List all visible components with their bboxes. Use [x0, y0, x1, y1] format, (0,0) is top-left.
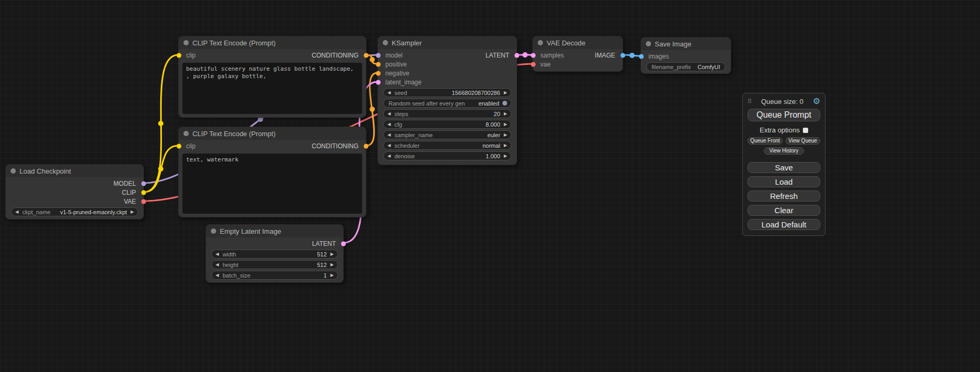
- collapse-dot[interactable]: [183, 40, 189, 45]
- extra-options-checkbox[interactable]: [803, 128, 808, 133]
- decrement-arrow-icon[interactable]: ◀: [387, 154, 391, 158]
- clip-input-port[interactable]: [177, 144, 181, 148]
- samples-input-port[interactable]: [531, 53, 536, 58]
- seed-widget[interactable]: ◀ seed 156680208700286 ▶: [383, 88, 511, 97]
- widget-value: ComfyUI: [697, 64, 720, 70]
- height-widget[interactable]: ◀ height 512 ▶: [211, 260, 338, 269]
- images-input-port[interactable]: [639, 54, 644, 59]
- decrement-arrow-icon[interactable]: ◀: [387, 112, 391, 116]
- ckpt-name-widget[interactable]: ◀ ckpt_name v1-5-pruned-emaonly.ckpt ▶: [11, 207, 138, 216]
- node-header[interactable]: KSampler: [378, 36, 517, 49]
- latent-output-port[interactable]: [341, 241, 346, 246]
- positive-prompt-textarea[interactable]: beautiful scenery nature glass bottle la…: [182, 63, 362, 114]
- node-header[interactable]: CLIP Text Encode (Prompt): [179, 36, 366, 49]
- conditioning-output-port[interactable]: [364, 53, 368, 58]
- decrement-arrow-icon[interactable]: ◀: [15, 210, 18, 214]
- clip-output-port[interactable]: [141, 190, 146, 195]
- increment-arrow-icon[interactable]: ▶: [504, 91, 507, 95]
- slot-row: clip CONDITIONING: [179, 141, 366, 150]
- increment-arrow-icon[interactable]: ▶: [504, 133, 507, 137]
- node-header[interactable]: CLIP Text Encode (Prompt): [179, 127, 366, 140]
- increment-arrow-icon[interactable]: ▶: [331, 263, 334, 267]
- increment-arrow-icon[interactable]: ▶: [331, 273, 334, 278]
- toggle-indicator[interactable]: [502, 101, 507, 106]
- queue-front-button[interactable]: Queue Front: [748, 137, 783, 145]
- decrement-arrow-icon[interactable]: ◀: [216, 263, 219, 267]
- decrement-arrow-icon[interactable]: ◀: [387, 122, 391, 127]
- model-output-port[interactable]: [141, 181, 146, 186]
- latent-output-port[interactable]: [515, 53, 519, 58]
- node-header[interactable]: Empty Latent Image: [206, 225, 343, 237]
- decrement-arrow-icon[interactable]: ◀: [387, 91, 391, 95]
- latent-image-input-port[interactable]: [376, 80, 381, 84]
- widget-name: steps: [394, 111, 408, 117]
- cfg-widget[interactable]: ◀ cfg 8.000 ▶: [383, 120, 511, 129]
- view-queue-button[interactable]: View Queue: [785, 137, 821, 145]
- image-output-port[interactable]: [620, 53, 625, 58]
- random-seed-toggle-widget[interactable]: Random seed after every gen enabled: [383, 99, 511, 108]
- save-button[interactable]: Save: [748, 162, 820, 173]
- increment-arrow-icon[interactable]: ▶: [331, 252, 334, 256]
- drag-handle-icon[interactable]: ⠿: [748, 98, 752, 105]
- increment-arrow-icon[interactable]: ▶: [504, 122, 507, 127]
- increment-arrow-icon[interactable]: ▶: [131, 210, 134, 214]
- node-ksampler[interactable]: KSampler model LATENT positive negative …: [377, 36, 517, 165]
- node-empty-latent-image[interactable]: Empty Latent Image LATENT ◀ width 512 ▶ …: [206, 224, 344, 283]
- output-label: IMAGE: [595, 52, 615, 59]
- load-default-button[interactable]: Load Default: [748, 219, 820, 230]
- vae-output-port[interactable]: [141, 199, 146, 204]
- decrement-arrow-icon[interactable]: ◀: [387, 133, 391, 137]
- width-widget[interactable]: ◀ width 512 ▶: [211, 250, 338, 259]
- denoise-widget[interactable]: ◀ denoise 1.000 ▶: [383, 151, 511, 160]
- refresh-button[interactable]: Refresh: [748, 190, 820, 202]
- load-button[interactable]: Load: [748, 176, 820, 187]
- increment-arrow-icon[interactable]: ▶: [504, 154, 507, 158]
- batch-size-widget[interactable]: ◀ batch_size 1 ▶: [211, 271, 338, 280]
- node-vae-decode[interactable]: VAE Decode samples IMAGE vae: [532, 36, 623, 72]
- node-clip-text-encode-positive[interactable]: CLIP Text Encode (Prompt) clip CONDITION…: [178, 36, 366, 118]
- collapse-dot[interactable]: [538, 40, 543, 45]
- output-label: CONDITIONING: [312, 142, 358, 150]
- steps-widget[interactable]: ◀ steps 20 ▶: [383, 109, 511, 118]
- collapse-dot[interactable]: [183, 131, 189, 136]
- widget-value: normal: [482, 142, 500, 149]
- slot-row: samples IMAGE: [533, 51, 623, 60]
- queue-prompt-button[interactable]: Queue Prompt: [748, 109, 820, 121]
- node-header[interactable]: Load Checkpoint: [6, 165, 143, 177]
- collapse-dot[interactable]: [383, 40, 388, 45]
- negative-prompt-textarea[interactable]: text, watermark: [182, 154, 362, 214]
- node-save-image[interactable]: Save Image images filename_prefix ComfyU…: [641, 37, 731, 74]
- widget-name: sampler_name: [394, 132, 433, 138]
- increment-arrow-icon[interactable]: ▶: [504, 144, 507, 148]
- decrement-arrow-icon[interactable]: ◀: [387, 144, 391, 148]
- vae-input-port[interactable]: [531, 62, 536, 66]
- view-history-button[interactable]: View History: [764, 147, 804, 155]
- node-header[interactable]: Save Image: [641, 37, 731, 50]
- positive-input-port[interactable]: [376, 62, 381, 66]
- increment-arrow-icon[interactable]: ▶: [504, 112, 507, 116]
- node-graph-canvas[interactable]: Load Checkpoint MODEL CLIP VAE ◀ ckpt_na…: [0, 0, 980, 372]
- node-clip-text-encode-negative[interactable]: CLIP Text Encode (Prompt) clip CONDITION…: [178, 127, 366, 217]
- node-title: Empty Latent Image: [220, 227, 281, 235]
- slot-row: model LATENT: [378, 51, 517, 60]
- input-slot-positive: positive: [378, 60, 517, 69]
- extra-options-row: Extra options: [748, 126, 820, 134]
- filename-prefix-widget[interactable]: filename_prefix ComfyUI: [646, 62, 725, 71]
- decrement-arrow-icon[interactable]: ◀: [216, 273, 219, 278]
- clip-input-port[interactable]: [177, 53, 181, 58]
- sampler-name-widget[interactable]: ◀ sampler_name euler ▶: [383, 130, 511, 139]
- collapse-dot[interactable]: [11, 168, 16, 174]
- model-input-port[interactable]: [376, 53, 381, 58]
- decrement-arrow-icon[interactable]: ◀: [216, 252, 219, 256]
- settings-gear-icon[interactable]: ⚙: [813, 97, 820, 106]
- negative-input-port[interactable]: [376, 71, 381, 75]
- node-header[interactable]: VAE Decode: [533, 36, 623, 49]
- scheduler-widget[interactable]: ◀ scheduler normal ▶: [383, 141, 511, 150]
- clear-button[interactable]: Clear: [748, 205, 820, 216]
- link-midpoint-dot: [158, 121, 163, 126]
- node-load-checkpoint[interactable]: Load Checkpoint MODEL CLIP VAE ◀ ckpt_na…: [5, 164, 144, 220]
- conditioning-output-port[interactable]: [364, 144, 368, 148]
- collapse-dot[interactable]: [211, 228, 216, 234]
- collapse-dot[interactable]: [646, 41, 651, 46]
- widget-value: 512: [317, 251, 326, 257]
